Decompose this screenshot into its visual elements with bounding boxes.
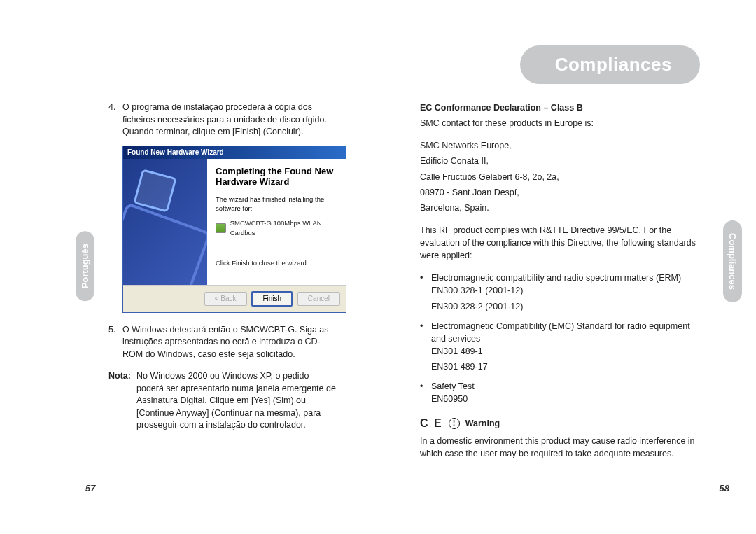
wizard-sidebar-graphic bbox=[123, 159, 207, 285]
standard-line: EN301 489-17 bbox=[431, 360, 700, 373]
warning-row: C E ! Warning bbox=[420, 415, 700, 431]
device-icon bbox=[216, 223, 226, 233]
right-side-tab: Compliances bbox=[723, 220, 742, 302]
standard-line: EN301 489-1 bbox=[431, 345, 700, 358]
bullet-3: • Safety Test bbox=[420, 380, 700, 393]
addr-line: Edificio Conata II, bbox=[420, 155, 700, 167]
left-side-tab: Português bbox=[76, 231, 94, 301]
bullet-1: • Electromagnetic compatibility and radi… bbox=[420, 272, 700, 284]
rf-text: This RF product complies with R&TTE Dire… bbox=[420, 224, 700, 262]
list-number: 4. bbox=[108, 101, 122, 139]
standard-line: EN300 328-2 (2001-12) bbox=[431, 300, 700, 313]
header-pill: Compliances bbox=[520, 45, 700, 84]
wizard-device-row: SMCWCBT-G 108Mbps WLAN Cardbus bbox=[216, 218, 337, 237]
wizard-text: The wizard has finished installing the s… bbox=[216, 195, 337, 213]
page-number-right: 58 bbox=[720, 483, 729, 493]
ec-heading: EC Conformance Declaration – Class B bbox=[420, 101, 700, 114]
wizard-footer-text: Click Finish to close the wizard. bbox=[216, 258, 337, 267]
addr-line: Barcelona, Spain. bbox=[420, 202, 700, 214]
finish-button[interactable]: Finish bbox=[251, 291, 293, 307]
bullet-3-text: Safety Test bbox=[431, 380, 475, 393]
addr-line: 08970 - Sant Joan Despí, bbox=[420, 186, 700, 199]
back-button[interactable]: < Back bbox=[204, 292, 247, 306]
nota-text: No Windows 2000 ou Windows XP, o pedido … bbox=[136, 370, 336, 432]
wizard-button-row: < Back Finish Cancel bbox=[123, 285, 346, 312]
addr-line: SMC Networks Europe, bbox=[420, 139, 700, 152]
exclamation-icon: ! bbox=[449, 418, 460, 429]
list-body-4: O programa de instalação procederá à cóp… bbox=[122, 101, 336, 139]
list-number: 5. bbox=[108, 324, 122, 361]
warning-text: In a domestic environment this product m… bbox=[420, 435, 700, 460]
bullet-2: • Electromagnetic Compatibility (EMC) St… bbox=[420, 320, 700, 345]
warning-label: Warning bbox=[465, 417, 500, 430]
contact-intro: SMC contact for these products in Europe… bbox=[420, 117, 700, 129]
wizard-device-name: SMCWCBT-G 108Mbps WLAN Cardbus bbox=[230, 218, 337, 237]
bullet-2-text: Electromagnetic Compatibility (EMC) Stan… bbox=[431, 320, 700, 345]
page-number-left: 57 bbox=[85, 483, 95, 493]
list-item-4: 4. O programa de instalação procederá à … bbox=[108, 101, 336, 139]
list-body-5: O Windows detectará então o SMCWCBT-G. S… bbox=[122, 324, 336, 361]
wizard-titlebar: Found New Hardware Wizard bbox=[123, 146, 346, 159]
standard-line: EN300 328-1 (2001-12) bbox=[431, 284, 700, 297]
cancel-button[interactable]: Cancel bbox=[298, 292, 340, 306]
bullet-1-text: Electromagnetic compatibility and radio … bbox=[431, 272, 681, 284]
nota-row: Nota: No Windows 2000 ou Windows XP, o p… bbox=[108, 370, 336, 432]
wizard-screenshot: Found New Hardware Wizard Completing the… bbox=[122, 146, 346, 313]
addr-line: Calle Fructuós Gelabert 6-8, 2o, 2a, bbox=[420, 171, 700, 183]
standard-line: EN60950 bbox=[431, 393, 700, 405]
list-item-5: 5. O Windows detectará então o SMCWCBT-G… bbox=[108, 324, 336, 361]
nota-label: Nota: bbox=[108, 370, 136, 432]
ce-mark-icon: C E bbox=[420, 415, 443, 431]
wizard-heading: Completing the Found New Hardware Wizard bbox=[216, 166, 337, 188]
